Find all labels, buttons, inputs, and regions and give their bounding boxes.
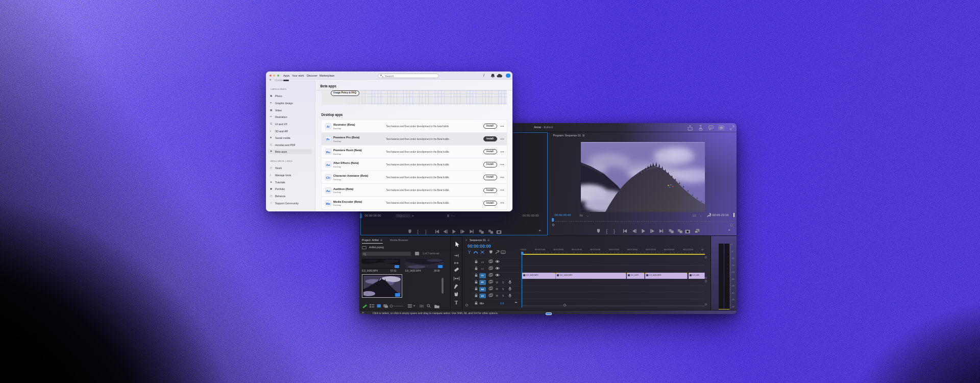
svg-text:}: } (425, 229, 426, 234)
svg-text:T: T (455, 300, 458, 305)
svg-text:{: { (417, 229, 419, 234)
svg-text:}: } (613, 229, 615, 234)
svg-text:{: { (606, 229, 607, 234)
